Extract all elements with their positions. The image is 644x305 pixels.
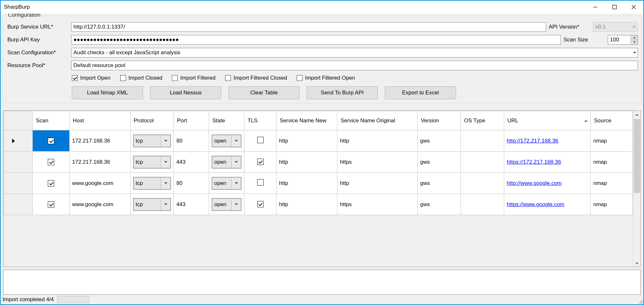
col-scan[interactable]: Scan: [33, 111, 70, 130]
cell-host[interactable]: 172.217.168.36: [70, 130, 131, 152]
cell-tls[interactable]: [244, 194, 276, 215]
results-grid[interactable]: Scan Host Protocol Port State TLS Servic…: [3, 110, 641, 267]
cell-port[interactable]: 443: [174, 194, 209, 215]
cell-version[interactable]: gws: [418, 152, 461, 173]
cell-os-type[interactable]: [461, 130, 504, 152]
cell-service-original[interactable]: http: [337, 130, 418, 152]
cell-tls[interactable]: [244, 130, 276, 152]
col-os-type[interactable]: OS Type: [461, 111, 504, 130]
cell-protocol[interactable]: tcp: [131, 130, 174, 152]
table-row[interactable]: www.google.comtcp443openhttphttpsgwshttp…: [4, 194, 633, 215]
cell-version[interactable]: gws: [418, 130, 461, 152]
cell-state[interactable]: open: [209, 173, 244, 194]
log-output[interactable]: [3, 270, 641, 295]
export-excel-button[interactable]: Export to Excel: [385, 86, 456, 99]
clear-table-button[interactable]: Clear Table: [228, 86, 300, 99]
cell-url[interactable]: https://172.217.168.36: [504, 152, 591, 173]
chevron-down-icon[interactable]: [161, 199, 170, 210]
grid-corner[interactable]: [4, 111, 33, 130]
cell-state-combo[interactable]: open: [212, 177, 242, 190]
row-header[interactable]: [4, 194, 33, 215]
load-nmap-button[interactable]: Load Nmap XML: [72, 86, 143, 99]
scan-checkbox[interactable]: [48, 201, 54, 208]
tls-checkbox[interactable]: [257, 137, 264, 143]
chevron-down-icon[interactable]: [231, 135, 241, 147]
import-filtered-open-checkbox[interactable]: Import Filtered Open: [297, 75, 355, 81]
maximize-button[interactable]: [605, 1, 624, 13]
spinner-up-icon[interactable]: [631, 35, 638, 40]
close-button[interactable]: [624, 1, 643, 13]
scan-checkbox[interactable]: [48, 180, 54, 187]
url-link[interactable]: https://172.217.168.36: [507, 159, 561, 165]
scan-checkbox[interactable]: [48, 159, 54, 165]
col-protocol[interactable]: Protocol: [131, 111, 174, 130]
import-filtered-checkbox[interactable]: Import Filtered: [172, 75, 216, 81]
cell-protocol[interactable]: tcp: [131, 194, 174, 215]
cell-protocol-combo[interactable]: tcp: [133, 156, 171, 169]
row-header[interactable]: [4, 173, 33, 194]
cell-protocol-combo[interactable]: tcp: [133, 198, 171, 211]
cell-service-new[interactable]: http: [276, 130, 337, 152]
table-row[interactable]: 172.217.168.36tcp443openhttphttpsgwshttp…: [4, 152, 633, 173]
cell-url[interactable]: http://172.217.168.36: [504, 130, 591, 152]
cell-state[interactable]: open: [209, 130, 244, 152]
cell-url[interactable]: http://www.google.com: [504, 173, 591, 194]
cell-host[interactable]: www.google.com: [70, 173, 131, 194]
cell-os-type[interactable]: [461, 194, 504, 215]
chevron-down-icon[interactable]: [161, 178, 170, 189]
cell-state-combo[interactable]: open: [212, 156, 242, 169]
cell-service-original[interactable]: https: [337, 194, 418, 215]
row-header[interactable]: [4, 152, 33, 173]
cell-source[interactable]: nmap: [591, 173, 633, 194]
chevron-down-icon[interactable]: [161, 156, 170, 168]
cell-service-new[interactable]: http: [276, 194, 337, 215]
scan-checkbox[interactable]: [48, 138, 54, 144]
scan-size-spinner[interactable]: [608, 35, 638, 45]
col-state[interactable]: State: [209, 111, 244, 130]
cell-source[interactable]: nmap: [591, 194, 633, 215]
cell-tls[interactable]: [244, 152, 276, 173]
cell-source[interactable]: nmap: [591, 130, 633, 152]
cell-state-combo[interactable]: open: [212, 135, 242, 147]
cell-state-combo[interactable]: open: [212, 198, 242, 211]
cell-os-type[interactable]: [461, 152, 504, 173]
resource-pool-input[interactable]: [71, 61, 638, 70]
cell-service-original[interactable]: https: [337, 152, 418, 173]
cell-version[interactable]: gws: [418, 173, 461, 194]
cell-port[interactable]: 80: [174, 173, 209, 194]
cell-service-new[interactable]: http: [276, 152, 337, 173]
table-row[interactable]: 172.217.168.36tcp80openhttphttpgwshttp:/…: [4, 130, 633, 152]
cell-source[interactable]: nmap: [591, 152, 633, 173]
col-url[interactable]: URL: [504, 111, 591, 130]
scan-size-input[interactable]: [608, 35, 631, 44]
cell-state[interactable]: open: [209, 194, 244, 215]
tls-checkbox[interactable]: [257, 159, 264, 165]
cell-protocol-combo[interactable]: tcp: [133, 177, 171, 190]
col-host[interactable]: Host: [70, 111, 131, 130]
chevron-down-icon[interactable]: [231, 156, 241, 168]
table-row[interactable]: www.google.comtcp80openhttphttpgwshttp:/…: [4, 173, 633, 194]
cell-state[interactable]: open: [209, 152, 244, 173]
url-link[interactable]: http://www.google.com: [507, 180, 562, 186]
tls-checkbox[interactable]: [257, 179, 264, 186]
import-closed-checkbox[interactable]: Import Closed: [120, 75, 163, 81]
minimize-button[interactable]: [586, 1, 605, 13]
cell-protocol[interactable]: tcp: [131, 173, 174, 194]
resize-grip-icon[interactable]: [637, 298, 643, 304]
scan-config-combo[interactable]: Audit checks - all except JavaScript ana…: [71, 48, 638, 57]
chevron-down-icon[interactable]: [231, 199, 241, 210]
cell-service-original[interactable]: http: [337, 173, 418, 194]
spinner-down-icon[interactable]: [631, 40, 638, 45]
col-source[interactable]: Source: [591, 111, 633, 130]
cell-host[interactable]: www.google.com: [70, 194, 131, 215]
burp-url-input[interactable]: [71, 22, 546, 32]
col-service-new[interactable]: Service Name New: [276, 111, 337, 130]
cell-port[interactable]: 443: [174, 152, 209, 173]
load-nessus-button[interactable]: Load Nessus: [150, 86, 221, 99]
cell-port[interactable]: 80: [174, 130, 209, 152]
scroll-thumb[interactable]: [634, 119, 640, 193]
url-link[interactable]: https://www.google.com: [507, 201, 564, 207]
cell-protocol-combo[interactable]: tcp: [133, 135, 171, 147]
col-tls[interactable]: TLS: [244, 111, 276, 130]
cell-host[interactable]: 172.217.168.36: [70, 152, 131, 173]
